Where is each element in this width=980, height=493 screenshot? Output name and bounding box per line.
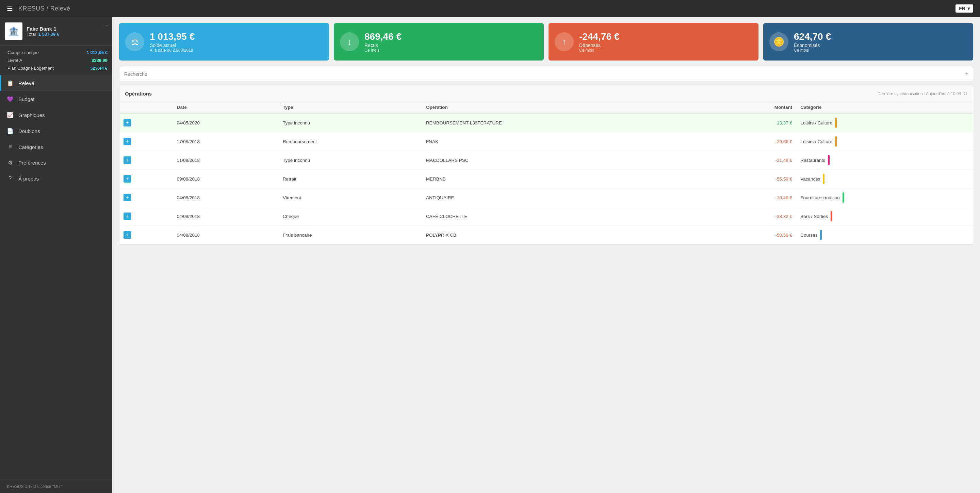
row-category: Fournitures maison	[796, 189, 973, 207]
stat-sub-recus: Ce mois	[364, 48, 538, 53]
row-operation: POLYPRIX CB	[422, 226, 708, 244]
topbar: ☰ KRESUS / Relevé FR ▾	[0, 0, 980, 17]
row-date: 09/08/2018	[172, 170, 278, 189]
row-category: Courses	[796, 226, 973, 244]
table-row: +04/08/2018Frais bancairePOLYPRIX CB-58,…	[119, 226, 973, 244]
title-separator: /	[45, 5, 50, 12]
accounts-list: Compte chèque1 013,95 €Livret A$339.99Pl…	[0, 46, 112, 75]
category-color-bar	[843, 192, 844, 203]
row-amount: -38,32 €	[708, 207, 796, 226]
row-type: Virement	[279, 189, 422, 207]
bank-collapse-button[interactable]: −	[105, 22, 108, 30]
main-layout: 🏦 Fake Bank 1 Total 1 537,39 € − Compte …	[0, 17, 980, 493]
stat-label-recus: Reçus	[364, 43, 538, 48]
stat-amount-economies: 624,70 €	[794, 31, 967, 43]
row-operation: FNAK	[422, 132, 708, 151]
stat-card-solde: ⚖ 1 013,95 € Solde actuel À la date du 2…	[119, 23, 329, 60]
chevron-down-icon: ▾	[967, 6, 970, 11]
stat-card-depenses: ↑ -244,76 € Dépensés Ce mois	[549, 23, 759, 60]
account-item[interactable]: Plan Epagne Logement523,44 €	[8, 64, 108, 72]
search-input[interactable]	[124, 71, 964, 77]
brand-name: KRESUS	[18, 5, 45, 12]
category-color-bar	[835, 136, 837, 147]
bank-total-value: 1 537,39 €	[38, 32, 59, 37]
sidebar-item-apropos[interactable]: ?À propos	[0, 171, 112, 186]
stat-amount-recus: 869,46 €	[364, 31, 538, 43]
row-add-button[interactable]: +	[124, 156, 131, 164]
nav-icon-budget: 💜	[7, 96, 14, 102]
nav-icon-categories: ≡	[7, 144, 14, 150]
sidebar-item-graphiques[interactable]: 📈Graphiques	[0, 107, 112, 123]
account-name: Livret A	[8, 58, 22, 63]
nav-icon-doublons: 📄	[7, 128, 14, 134]
menu-icon[interactable]: ☰	[7, 5, 13, 13]
sync-icon[interactable]: ↻	[963, 90, 967, 97]
row-add-button[interactable]: +	[124, 138, 131, 145]
category-name: Courses	[800, 233, 817, 238]
row-type: Retrait	[279, 170, 422, 189]
row-category: Loisirs / Culture	[796, 114, 973, 132]
sync-info: Dernière synchronisation : Aujourd'hui à…	[878, 90, 967, 97]
row-date: 04/05/2020	[172, 114, 278, 132]
stat-sub-economies: Ce mois	[794, 48, 967, 53]
stat-label-solde: Solde actuel	[150, 43, 323, 48]
row-category: Bars / Sorties	[796, 207, 973, 226]
row-operation: REMBOURSEMENT L33TÉRATURE	[422, 114, 708, 132]
row-add-button[interactable]: +	[124, 119, 131, 127]
account-item[interactable]: Compte chèque1 013,95 €	[8, 49, 108, 56]
section-name: Relevé	[50, 5, 70, 12]
row-add-button[interactable]: +	[124, 194, 131, 201]
bank-total: Total 1 537,39 €	[27, 32, 108, 37]
add-search-icon[interactable]: +	[964, 70, 968, 78]
operations-table: DateTypeOpérationMontantCatégorie +04/05…	[119, 101, 973, 244]
nav-label-budget: Budget	[18, 96, 35, 102]
category-name: Loisirs / Culture	[800, 139, 832, 144]
sidebar-item-releve[interactable]: 📋Relevé	[0, 75, 112, 91]
main-content: ⚖ 1 013,95 € Solde actuel À la date du 2…	[112, 17, 980, 493]
row-operation: CAFÉ CLOCHETTE	[422, 207, 708, 226]
row-category: Restaurants	[796, 151, 973, 170]
category-name: Loisirs / Culture	[800, 120, 832, 125]
table-row: +11/08/2018Type inconnuMACDOLLARS PSC-21…	[119, 151, 973, 170]
account-name: Plan Epagne Logement	[8, 66, 54, 71]
row-type: Frais bancaire	[279, 226, 422, 244]
sidebar-item-doublons[interactable]: 📄Doublons	[0, 123, 112, 139]
operations-title: Opérations	[125, 91, 152, 97]
row-add-button[interactable]: +	[124, 231, 131, 239]
category-color-bar	[823, 174, 824, 184]
stat-cards: ⚖ 1 013,95 € Solde actuel À la date du 2…	[119, 23, 973, 60]
table-row: +09/08/2018RetraitMERBNB-55,59 € Vacance…	[119, 170, 973, 189]
stat-icon-economies: 🪙	[769, 32, 788, 51]
account-item[interactable]: Livret A$339.99	[8, 56, 108, 64]
bank-icon: 🏦	[5, 22, 22, 40]
nav-label-graphiques: Graphiques	[18, 112, 45, 118]
sidebar-item-budget[interactable]: 💜Budget	[0, 91, 112, 107]
stat-icon-depenses: ↑	[555, 32, 574, 51]
row-category: Loisirs / Culture	[796, 132, 973, 151]
row-operation: ANTIQUAIRE	[422, 189, 708, 207]
sidebar-item-preferences[interactable]: ⚙Préférences	[0, 155, 112, 171]
row-category: Vacances	[796, 170, 973, 189]
sidebar-nav: 📋Relevé💜Budget📈Graphiques📄Doublons≡Catég…	[0, 75, 112, 480]
sidebar-item-categories[interactable]: ≡Catégories	[0, 139, 112, 155]
nav-label-categories: Catégories	[18, 144, 43, 150]
category-name: Fournitures maison	[800, 195, 840, 200]
nav-icon-apropos: ?	[7, 176, 14, 182]
row-type: Chèque	[279, 207, 422, 226]
category-color-bar	[828, 155, 830, 165]
stat-icon-recus: ↓	[340, 32, 359, 51]
col-header-1: Date	[172, 101, 278, 114]
stat-card-economies: 🪙 624,70 € Économisés Ce mois	[763, 23, 973, 60]
col-header-0	[119, 101, 172, 114]
table-row: +04/08/2018ChèqueCAFÉ CLOCHETTE-38,32 € …	[119, 207, 973, 226]
row-type: Remboursement	[279, 132, 422, 151]
stat-sub-depenses: Ce mois	[579, 48, 752, 53]
nav-label-doublons: Doublons	[18, 128, 40, 134]
row-add-button[interactable]: +	[124, 212, 131, 220]
row-add-button[interactable]: +	[124, 175, 131, 182]
row-date: 04/08/2018	[172, 226, 278, 244]
account-value: $339.99	[92, 58, 108, 63]
stat-sub-solde: À la date du 23/08/2018	[150, 48, 323, 53]
row-operation: MACDOLLARS PSC	[422, 151, 708, 170]
language-selector[interactable]: FR ▾	[956, 5, 973, 13]
